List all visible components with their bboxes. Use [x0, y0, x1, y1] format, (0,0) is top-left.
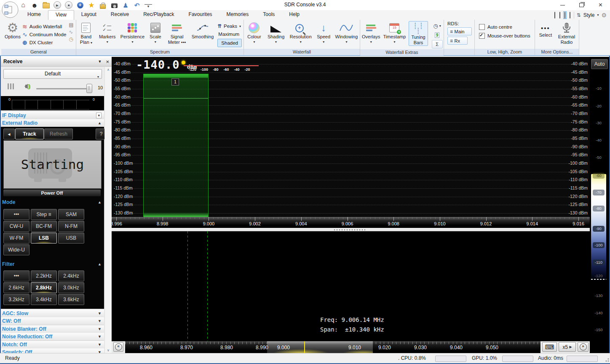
waterfall-display[interactable]: Freq: 9.006.14 MHz Span: ±10.340 kHz — [112, 231, 590, 341]
scale-button[interactable]: Scale ▾ — [148, 21, 163, 45]
database-icon[interactable]: ▤ — [69, 22, 73, 28]
minimize-button[interactable] — [553, 0, 572, 10]
collapse-down-icon[interactable]: ▼ — [98, 341, 102, 348]
layout-monitor-3-icon[interactable] — [564, 12, 566, 19]
tab-view[interactable]: View — [48, 10, 74, 20]
level-badge[interactable]: -80 — [593, 206, 605, 211]
tab-layout[interactable]: Layout — [74, 10, 104, 20]
scroll-up-icon[interactable]: ∧ — [105, 68, 112, 72]
app-logo[interactable] — [1, 0, 19, 20]
tab-receive[interactable]: Receive — [104, 10, 136, 20]
collapse-down-icon[interactable]: ▼ — [98, 310, 102, 317]
mode-button-wide-u[interactable]: Wide-U — [3, 244, 29, 255]
select-button[interactable]: ••• Select — [537, 21, 554, 37]
panel-close-icon[interactable]: × — [106, 57, 109, 67]
maximum-button[interactable]: Maximum — [217, 31, 242, 37]
rds-main-button[interactable]: ≣ Main — [447, 27, 472, 35]
collapsed-section-cw[interactable]: CW: Off▼ — [0, 317, 104, 325]
volume-slider-handle[interactable] — [86, 84, 92, 93]
markers-button[interactable]: ✓— ✓— Markers ▾ — [98, 21, 117, 45]
filter-button--[interactable]: ••• — [3, 270, 29, 281]
collapsed-section-agc[interactable]: AGC: Slow▼ — [0, 310, 104, 318]
filter-button-3.0khz[interactable]: 3.0kHz — [58, 282, 84, 293]
external-radio-button[interactable]: External Radio — [556, 21, 577, 45]
speed-button[interactable]: ↓ Speed ▾ — [316, 21, 331, 45]
collapsed-section-notch[interactable]: Notch: Off▼ — [0, 341, 104, 349]
power-off-bar[interactable]: Power Off — [3, 190, 101, 196]
filter-button-2.8khz[interactable]: 2.8kHz — [31, 282, 57, 293]
speaker-icon[interactable]: )) — [22, 83, 30, 89]
mode-section-header[interactable]: Mode ▲ — [0, 198, 104, 206]
mini-chart-icon[interactable]: ∿ — [69, 29, 73, 35]
layout-monitor-1-icon[interactable] — [554, 12, 556, 19]
level-badge[interactable]: -100 — [593, 242, 605, 248]
nav-left-button[interactable]: « — [113, 342, 123, 352]
tab-home[interactable]: Home — [20, 10, 48, 20]
mode-button-w-fm[interactable]: W-FM — [3, 233, 29, 244]
level-badge[interactable]: -60 — [593, 173, 605, 179]
filter-section-header[interactable]: Filter ▲ — [0, 260, 104, 268]
clock-dropdown-button[interactable]: ◷ ▾ — [432, 21, 443, 30]
sort-icon[interactable]: ⇅ — [577, 12, 581, 18]
filter-button-2.6khz[interactable]: 2.6kHz — [3, 282, 29, 293]
external-radio-section[interactable]: External Radio ▲ — [0, 119, 104, 127]
mode-button-bc-fm[interactable]: BC-FM — [31, 221, 57, 232]
filter-button-2.4khz[interactable]: 2.4kHz — [58, 270, 84, 281]
shading-button[interactable]: Shading ▾ — [267, 21, 285, 45]
grid9-button[interactable]: 9 — [432, 31, 443, 39]
persistence-button[interactable]: Persistence ▾ — [120, 21, 144, 45]
ext-refresh-button[interactable]: Refresh — [44, 128, 73, 139]
tuning-bar-region[interactable]: 1 — [143, 74, 209, 217]
if-display-section[interactable]: IF Display ▾ — [0, 112, 104, 120]
level-badge[interactable]: -70 — [593, 190, 605, 195]
scroll-down-icon[interactable]: ∨ — [105, 348, 112, 352]
mouse-over-buttons-checkbox[interactable]: Mouse-over buttons — [479, 31, 530, 40]
auto-range-button[interactable]: Auto — [591, 59, 608, 69]
mode-button-usb[interactable]: USB — [58, 233, 84, 244]
collapse-down-icon[interactable]: ▼ — [98, 317, 102, 325]
sigma-button[interactable]: Σ — [432, 40, 443, 48]
auto-centre-checkbox[interactable]: Auto centre — [479, 22, 512, 31]
rds-rx-button[interactable]: ≣ Rx — [447, 37, 468, 45]
rx-number-badge[interactable]: 1 — [171, 78, 179, 86]
panel-dropdown-icon[interactable]: ▼ — [98, 57, 102, 67]
collapse-up-icon[interactable]: ▲ — [98, 260, 102, 268]
ext-track-button[interactable]: Track — [15, 128, 44, 139]
style-gear-icon[interactable]: ⚙ — [601, 12, 607, 19]
resolution-button[interactable]: + Resolution ▾ — [289, 21, 312, 45]
level-badge[interactable]: -110 — [593, 260, 605, 265]
timestamp-button[interactable]: 15 Timestamp ▾ — [383, 21, 406, 45]
layout-monitor-2-icon[interactable] — [559, 12, 561, 19]
collapse-up-icon[interactable]: ▲ — [98, 198, 102, 206]
style-caret-icon[interactable]: ▾ — [597, 13, 599, 17]
tab-tools[interactable]: Tools — [256, 10, 282, 20]
ext-back-button[interactable]: ◄ — [3, 128, 15, 139]
mode-button-sam[interactable]: SAM — [58, 209, 84, 220]
signal-meter-button[interactable]: Signal Meter ••• — [166, 21, 187, 45]
options-button[interactable]: ⚙ Options — [3, 21, 22, 39]
mode-button-lsb[interactable]: LSB — [31, 233, 57, 244]
nav-keyboard-button[interactable]: ⌨ — [542, 342, 557, 352]
close-button[interactable]: × — [591, 0, 610, 10]
collapsed-section-noise-reduction[interactable]: Noise Reduction: Off▼ — [0, 333, 104, 341]
splitter-handle[interactable] — [334, 229, 367, 230]
collapsed-section-squelch[interactable]: Squelch: Off▼ — [0, 348, 104, 353]
restore-button[interactable] — [572, 0, 591, 10]
if-display-spin-icon[interactable]: ▾ — [96, 112, 102, 118]
volume-slider-track[interactable] — [36, 88, 92, 89]
mode-button--[interactable]: ••• — [3, 209, 29, 220]
collapse-up-icon[interactable]: ▲ — [98, 119, 102, 127]
tab-help[interactable]: Help — [282, 10, 307, 20]
mode-button-cw-u[interactable]: CW-U — [3, 221, 29, 232]
collapse-down-icon[interactable]: ▼ — [98, 348, 102, 353]
windowing-button[interactable]: Windowing ▾ — [335, 21, 358, 45]
tuning-bars-toggle[interactable]: ┆ ┆ ┆ Tuning Bars — [409, 21, 428, 46]
equalizer-icon[interactable] — [8, 83, 15, 89]
mode-button-n-fm[interactable]: N-FM — [58, 221, 84, 232]
splitter-divider[interactable] — [112, 228, 590, 231]
sidebar-scrollbar[interactable]: ∧ ∨ — [104, 67, 112, 353]
band-plan-button[interactable]: Band Plan ▾ — [78, 21, 94, 46]
filter-button-2.2khz[interactable]: 2.2kHz — [31, 270, 57, 281]
tab-rec-playback[interactable]: Rec/Playback — [136, 10, 181, 20]
spectrum-frequency-scale[interactable]: 8.9968.9989.0009.0029.0049.0069.0089.010… — [112, 217, 590, 228]
